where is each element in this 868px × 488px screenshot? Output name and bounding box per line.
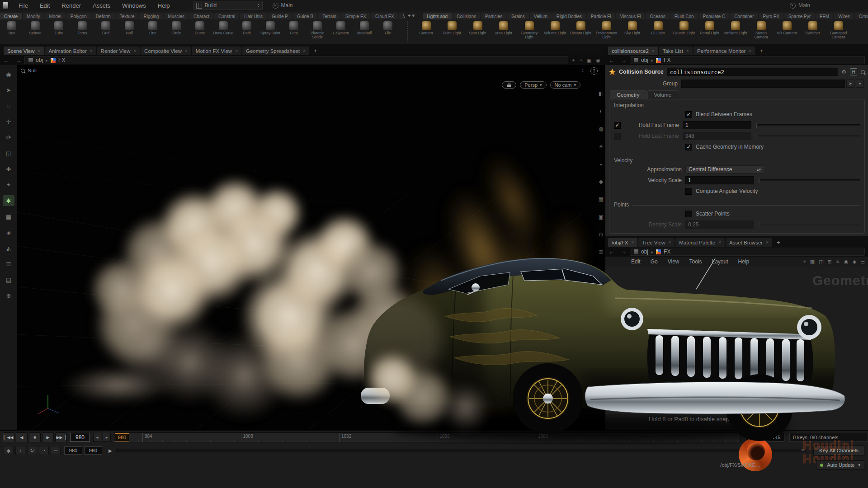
forward-arrow-icon[interactable]: → <box>12 57 24 64</box>
shelf-tab[interactable]: FEM <box>816 13 833 19</box>
volume-light-tool[interactable]: Volume Light <box>542 20 568 40</box>
background-icon[interactable]: ▣ <box>599 214 604 220</box>
network-menu-item[interactable]: Go <box>646 258 663 265</box>
back-arrow-icon[interactable]: ← <box>605 249 618 255</box>
jump-end-button[interactable]: ▶▶▕ <box>55 432 67 442</box>
shelf-tab[interactable]: Wires <box>834 13 854 19</box>
approximation-dropdown[interactable]: Central Difference ▴▾ <box>685 165 764 174</box>
help-icon[interactable]: ? <box>590 67 598 75</box>
shelf-tab[interactable]: Polygon <box>66 13 91 19</box>
vr-camera-tool[interactable]: VR Camera <box>774 20 800 40</box>
hold-last-frame-checkbox[interactable] <box>614 133 621 140</box>
active-shelf-tool-icon[interactable]: ✱ <box>3 195 14 206</box>
box-tool[interactable]: Box <box>0 20 24 40</box>
box-display-icon[interactable]: ▣ <box>587 57 591 63</box>
grid-tool[interactable]: Grid <box>94 20 118 40</box>
torus-tool[interactable]: Torus <box>71 20 94 40</box>
path-tool[interactable]: Path <box>235 20 259 40</box>
shelf-tab[interactable]: Viscous Fl <box>616 13 645 19</box>
pin-icon[interactable]: ⌖ <box>572 57 575 63</box>
ambient-light-tool[interactable]: Ambient Light <box>722 20 748 40</box>
scatter-points-checkbox[interactable] <box>685 211 692 217</box>
breadcrumb-root[interactable]: obj <box>36 57 43 63</box>
lighting-icon[interactable]: ☀ <box>599 143 604 150</box>
back-arrow-icon[interactable]: ← <box>0 57 12 64</box>
breadcrumb-node[interactable]: FX <box>664 57 670 63</box>
shelf-tab[interactable]: Fluid Con <box>670 13 698 19</box>
back-arrow-icon[interactable]: ← <box>605 57 618 64</box>
mirror-tool-icon[interactable]: ◭ <box>3 243 14 253</box>
shelf-tab[interactable]: Rigging <box>139 13 163 19</box>
realtime-toggle-icon[interactable]: ◔ <box>39 446 49 455</box>
pin-network-icon[interactable]: ⌖ <box>803 259 806 265</box>
group-pick-button[interactable]: ➤ <box>846 80 854 88</box>
shelf-tab[interactable]: Hair Utils <box>240 13 267 19</box>
desktop-selector[interactable]: Build ▴▾ <box>193 1 263 10</box>
close-icon[interactable]: × <box>38 48 41 53</box>
tab-volume[interactable]: Volume <box>647 90 678 99</box>
close-icon[interactable]: × <box>133 48 136 53</box>
shelf-tab[interactable]: Volume <box>399 13 405 19</box>
shelf-tab[interactable]: Guide B <box>293 13 317 19</box>
density-scale-slider[interactable] <box>759 224 860 225</box>
platonic-solids-tool[interactable]: Platonic Solids <box>306 20 329 40</box>
shelf-tab[interactable]: Pyro FX <box>759 13 783 19</box>
main-selector[interactable]: Main <box>273 2 293 9</box>
sky-light-tool[interactable]: Sky Light <box>619 20 645 40</box>
close-icon[interactable]: × <box>90 48 93 53</box>
close-icon[interactable]: × <box>766 240 769 245</box>
menu-item[interactable]: Help <box>152 0 176 11</box>
update-mode-dropdown[interactable]: Auto Update ▾ <box>816 460 864 469</box>
shelf-tab[interactable]: Oceans <box>646 13 669 19</box>
shelf-tab[interactable]: Guide P <box>268 13 292 19</box>
shelf-tab[interactable]: Simple FX <box>341 13 370 19</box>
snapshot-icon[interactable]: ◧ <box>599 90 604 97</box>
translate-tool-icon[interactable]: ✛ <box>3 116 14 127</box>
hold-first-frame-slider[interactable] <box>756 124 860 126</box>
forward-arrow-icon[interactable]: → <box>618 249 630 255</box>
metaball-tool[interactable]: Metaball <box>353 20 376 40</box>
shelf-tab[interactable]: Container <box>730 13 758 19</box>
pane-tab[interactable]: Asset Browser × <box>726 238 772 247</box>
add-pane-tab-button[interactable]: + <box>773 239 784 247</box>
close-icon[interactable]: × <box>631 240 634 245</box>
hold-last-frame-slider[interactable] <box>756 135 860 137</box>
network-menu-icon[interactable]: ☰ <box>860 259 865 265</box>
shelf-tab[interactable]: Vellum <box>530 13 552 19</box>
shelf-tab[interactable]: Create <box>0 13 22 19</box>
jump-start-button[interactable]: ▏◀◀ <box>3 432 14 442</box>
area-light-tool[interactable]: Area Light <box>491 20 516 40</box>
gear-menu-icon[interactable]: ⚙ <box>841 69 846 75</box>
grid-display-icon[interactable]: ▦ <box>599 196 604 202</box>
select-tool-icon[interactable]: ➤ <box>3 84 14 95</box>
lasso-tool-icon[interactable]: ◌ <box>3 100 14 111</box>
search-params-icon[interactable] <box>861 70 865 74</box>
current-frame-marker[interactable]: 980 <box>115 433 129 441</box>
shelf-tab[interactable]: Cloud FX <box>371 13 398 19</box>
hold-first-frame-input[interactable]: 1 <box>683 121 751 129</box>
node-blast5[interactable]: blast5 <box>726 302 763 309</box>
pane-tab[interactable]: collisionsource2 × <box>608 47 658 55</box>
wireframe-icon[interactable]: ◍ <box>599 126 603 132</box>
radial-menu-selector[interactable]: Main <box>790 2 810 9</box>
key-pose-icon[interactable]: ◈ <box>3 227 14 238</box>
pane-tab[interactable]: Animation Editor × <box>45 47 96 55</box>
pane-tab[interactable]: Take List × <box>659 47 693 55</box>
camera-tool[interactable]: Camera <box>413 20 439 40</box>
tube-tool[interactable]: Tube <box>47 20 71 40</box>
camera-lock-pill[interactable] <box>502 81 516 89</box>
group-menu-button[interactable]: ▾ <box>856 80 864 88</box>
shelf-tab[interactable]: Model <box>45 13 65 19</box>
breadcrumb[interactable]: obj ▸ FX <box>630 56 865 64</box>
step-forward-button[interactable]: ▸ <box>103 433 111 442</box>
step-back-button[interactable]: ◂ <box>93 433 101 442</box>
close-icon[interactable]: × <box>235 48 238 53</box>
stop-button[interactable]: ■ <box>29 432 41 442</box>
gamepad-camera-tool[interactable]: Gamepad Camera <box>826 20 851 40</box>
breadcrumb-root[interactable]: obj <box>641 249 648 255</box>
shelf-tab[interactable]: Modify <box>23 13 44 19</box>
timeline-track[interactable]: 980 9841008103210561080 <box>114 432 741 442</box>
network-menu-item[interactable]: Edit <box>626 258 646 265</box>
menu-item[interactable]: File <box>13 0 34 11</box>
shelf-tab[interactable]: Crowds <box>855 13 868 19</box>
